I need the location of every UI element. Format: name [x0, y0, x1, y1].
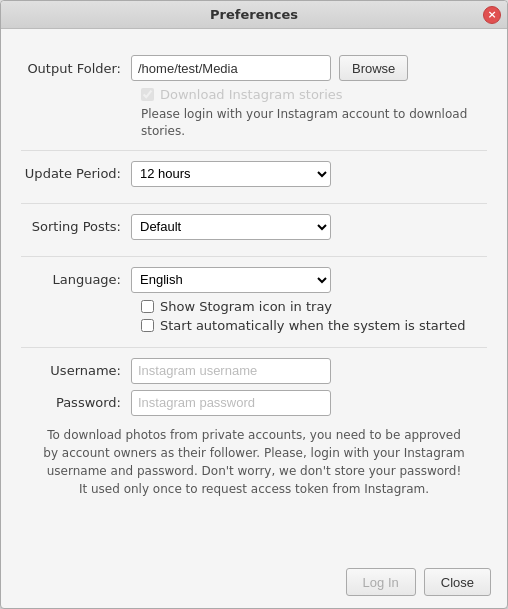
credentials-section: Username: Password: To download photos f…	[21, 348, 487, 502]
tray-icon-checkbox[interactable]	[141, 300, 154, 313]
titlebar: Preferences ×	[1, 1, 507, 29]
username-row: Username:	[21, 358, 487, 384]
sorting-posts-row: Sorting Posts: Default Newest Oldest	[21, 214, 487, 240]
dialog-title: Preferences	[210, 7, 298, 22]
sorting-posts-section: Sorting Posts: Default Newest Oldest	[21, 204, 487, 257]
password-row: Password:	[21, 390, 487, 416]
titlebar-close-button[interactable]: ×	[483, 6, 501, 24]
tray-icon-row: Show Stogram icon in tray	[141, 299, 487, 314]
output-folder-label: Output Folder:	[21, 61, 131, 76]
download-stories-hint: Please login with your Instagram account…	[141, 106, 487, 140]
password-label: Password:	[21, 395, 131, 410]
output-folder-row: Output Folder: Browse	[21, 55, 487, 81]
update-period-label: Update Period:	[21, 166, 131, 181]
download-stories-row: Download Instagram stories	[141, 87, 487, 102]
sorting-posts-label: Sorting Posts:	[21, 219, 131, 234]
tray-icon-label: Show Stogram icon in tray	[160, 299, 332, 314]
output-folder-section: Output Folder: Browse Download Instagram…	[21, 45, 487, 151]
browse-button[interactable]: Browse	[339, 55, 408, 81]
sorting-posts-select[interactable]: Default Newest Oldest	[131, 214, 331, 240]
private-account-note: To download photos from private accounts…	[41, 426, 467, 498]
autostart-checkbox[interactable]	[141, 319, 154, 332]
download-stories-label: Download Instagram stories	[160, 87, 343, 102]
update-period-select[interactable]: 12 hours 1 hour 2 hours 6 hours 24 hours	[131, 161, 331, 187]
download-stories-checkbox	[141, 88, 154, 101]
output-folder-input[interactable]	[131, 55, 331, 81]
login-button[interactable]: Log In	[346, 568, 416, 596]
language-label: Language:	[21, 272, 131, 287]
password-input[interactable]	[131, 390, 331, 416]
autostart-row: Start automatically when the system is s…	[141, 318, 487, 333]
language-section: Language: English Russian German French …	[21, 257, 487, 348]
update-period-row: Update Period: 12 hours 1 hour 2 hours 6…	[21, 161, 487, 187]
language-select[interactable]: English Russian German French	[131, 267, 331, 293]
language-row: Language: English Russian German French	[21, 267, 487, 293]
username-input[interactable]	[131, 358, 331, 384]
dialog-buttons: Log In Close	[1, 558, 507, 608]
dialog-content: Output Folder: Browse Download Instagram…	[1, 29, 507, 558]
close-button[interactable]: Close	[424, 568, 491, 596]
update-period-section: Update Period: 12 hours 1 hour 2 hours 6…	[21, 151, 487, 204]
preferences-dialog: Preferences × Output Folder: Browse Down…	[0, 0, 508, 609]
username-label: Username:	[21, 363, 131, 378]
autostart-label: Start automatically when the system is s…	[160, 318, 466, 333]
